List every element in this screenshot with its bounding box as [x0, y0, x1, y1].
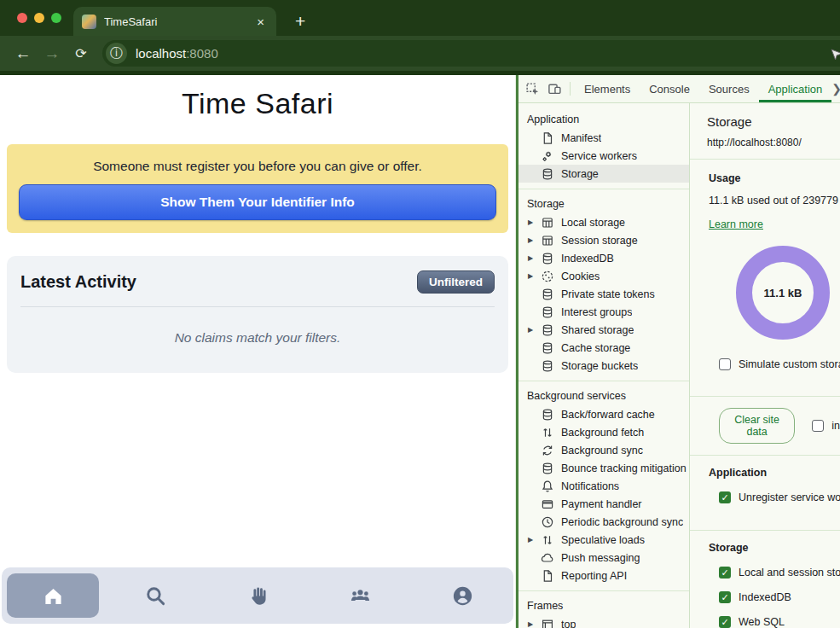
tree-item-speculative-loads[interactable]: ▶Speculative loads — [518, 531, 689, 549]
nav-item-person[interactable] — [411, 567, 513, 624]
tree-section-background-services: Background servicesBack/forward cacheBac… — [518, 381, 689, 591]
gears-icon — [541, 149, 554, 163]
nav-item-home[interactable] — [2, 567, 104, 624]
learn-more-link[interactable]: Learn more — [709, 218, 763, 230]
clear-site-data-button[interactable]: Clear site data — [719, 408, 795, 444]
nav-item-search[interactable] — [104, 567, 206, 624]
new-tab-button[interactable]: + — [290, 11, 310, 32]
nav-item-people[interactable] — [309, 567, 411, 624]
tree-item-back-forward-cache[interactable]: Back/forward cache — [518, 405, 689, 423]
inspect-element-icon[interactable] — [522, 75, 544, 102]
reload-button[interactable]: ⟳ — [67, 45, 96, 61]
tree-item-label: Local storage — [561, 217, 625, 229]
up-down-arrows-icon — [541, 426, 554, 439]
tree-item-label: Manifest — [561, 132, 601, 144]
unfiltered-filter-button[interactable]: Unfiltered — [417, 270, 495, 294]
minimize-window-button[interactable] — [34, 13, 44, 23]
storage-section-title: Storage — [709, 542, 840, 554]
tree-item-cookies[interactable]: ▶Cookies — [518, 267, 689, 285]
expand-arrow-icon[interactable]: ▶ — [528, 536, 533, 544]
storage-option-2-checkbox[interactable]: ✓ — [719, 616, 731, 628]
file-icon — [541, 131, 554, 145]
tree-item-session-storage[interactable]: ▶Session storage — [518, 231, 689, 249]
expand-arrow-icon[interactable]: ▶ — [528, 272, 533, 280]
tree-section-header: Application — [518, 109, 689, 129]
application-section-title: Application — [709, 467, 840, 479]
show-identifier-info-button[interactable]: Show Them Your Identifier Info — [19, 184, 496, 220]
nav-item-hand[interactable] — [206, 567, 309, 624]
more-tabs-icon[interactable]: ❯ — [831, 75, 840, 102]
tree-item-indexeddb[interactable]: ▶IndexedDB — [518, 249, 689, 267]
up-down-arrows-icon — [541, 533, 554, 547]
storage-panel-title: Storage — [707, 114, 840, 129]
tree-item-storage-buckets[interactable]: Storage buckets — [518, 357, 689, 375]
close-window-button[interactable] — [17, 13, 27, 23]
tree-item-label: Background sync — [561, 445, 643, 456]
devtools-tab-application[interactable]: Application — [759, 75, 832, 102]
tree-item-service-workers[interactable]: Service workers — [518, 147, 689, 165]
person-icon[interactable] — [435, 573, 490, 618]
device-toolbar-icon[interactable] — [544, 75, 566, 102]
tree-item-shared-storage[interactable]: ▶Shared storage — [518, 321, 689, 339]
latest-activity-title: Latest Activity — [20, 272, 136, 292]
devtools-tab-elements[interactable]: Elements — [575, 75, 640, 102]
simulate-custom-storage-checkbox[interactable] — [719, 358, 731, 370]
window-controls — [0, 0, 73, 36]
tree-item-top[interactable]: ▶top — [518, 615, 689, 628]
people-icon[interactable] — [333, 573, 387, 618]
storage-checkbox-section: Storage ✓Local and session stora✓Indexed… — [690, 531, 840, 628]
table-icon — [541, 216, 554, 230]
tree-item-label: Payment handler — [561, 498, 642, 510]
storage-origin: http://localhost:8080/ — [707, 137, 840, 148]
database-icon — [541, 341, 554, 355]
tree-item-manifest[interactable]: Manifest — [518, 129, 689, 147]
tree-item-label: Back/forward cache — [561, 409, 655, 421]
devtools-tab-sources[interactable]: Sources — [699, 75, 759, 102]
tree-item-push-messaging[interactable]: Push messaging — [518, 549, 689, 567]
maximize-window-button[interactable] — [51, 13, 61, 23]
tree-item-label: Interest groups — [561, 306, 632, 318]
home-icon[interactable] — [7, 573, 99, 618]
include-third-party-checkbox[interactable] — [812, 420, 824, 432]
tree-item-reporting-api[interactable]: Reporting API — [518, 567, 689, 584]
tree-item-interest-groups[interactable]: Interest groups — [518, 303, 689, 321]
tree-item-periodic-background-sync[interactable]: Periodic background sync — [518, 513, 689, 531]
tree-item-local-storage[interactable]: ▶Local storage — [518, 213, 689, 231]
application-option-0-checkbox[interactable]: ✓ — [719, 491, 731, 503]
tree-item-payment-handler[interactable]: Payment handler — [518, 495, 689, 513]
tree-item-bounce-tracking-mitigation[interactable]: Bounce tracking mitigation — [518, 459, 689, 477]
table-icon — [541, 234, 554, 247]
tree-section-header: Storage — [518, 194, 689, 213]
hand-icon[interactable] — [230, 573, 285, 618]
expand-arrow-icon[interactable]: ▶ — [528, 326, 533, 334]
browser-tab[interactable]: TimeSafari × — [73, 7, 276, 36]
tree-item-storage[interactable]: Storage — [518, 165, 689, 183]
tab-close-icon[interactable]: × — [253, 13, 268, 31]
forward-button[interactable]: → — [38, 44, 67, 63]
database-icon — [541, 408, 554, 422]
tree-item-background-sync[interactable]: Background sync — [518, 441, 689, 459]
tree-item-cache-storage[interactable]: Cache storage — [518, 339, 689, 357]
tree-item-label: Service workers — [561, 150, 637, 162]
registration-alert: Someone must register you before you can… — [7, 144, 508, 233]
page-viewport: Time Safari Someone must register you be… — [0, 75, 516, 628]
tree-section-storage: Storage▶Local storage▶Session storage▶In… — [518, 189, 689, 381]
tree-item-label: Cache storage — [561, 342, 630, 354]
tree-item-label: Periodic background sync — [561, 516, 683, 528]
storage-option-0-checkbox[interactable]: ✓ — [719, 567, 731, 579]
address-bar[interactable]: ⓘ localhost :8080 — [102, 40, 840, 67]
expand-arrow-icon[interactable]: ▶ — [528, 218, 533, 226]
donut-value: 11.1 kB — [764, 287, 802, 299]
expand-arrow-icon[interactable]: ▶ — [528, 254, 533, 262]
sync-icon — [541, 444, 554, 457]
devtools-tab-console[interactable]: Console — [640, 75, 699, 102]
site-info-icon[interactable]: ⓘ — [106, 43, 127, 64]
tree-item-private-state-tokens[interactable]: Private state tokens — [518, 285, 689, 303]
back-button[interactable]: ← — [9, 44, 38, 63]
expand-arrow-icon[interactable]: ▶ — [528, 620, 533, 628]
tree-item-background-fetch[interactable]: Background fetch — [518, 423, 689, 441]
expand-arrow-icon[interactable]: ▶ — [528, 236, 533, 244]
search-icon[interactable] — [128, 573, 182, 618]
tree-item-notifications[interactable]: Notifications — [518, 477, 689, 495]
storage-option-1-checkbox[interactable]: ✓ — [719, 591, 731, 603]
